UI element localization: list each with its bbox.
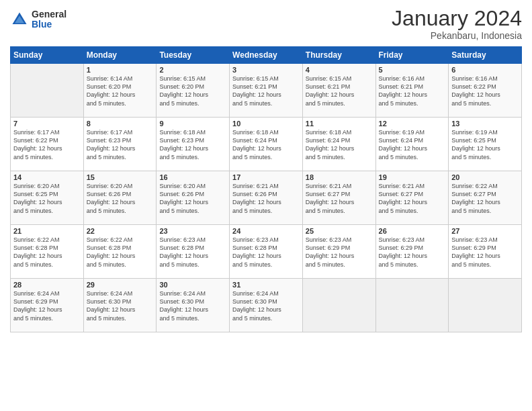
table-row: 6Sunrise: 6:16 AMSunset: 6:22 PMDaylight… (449, 64, 522, 118)
day-info: Sunrise: 6:15 AMSunset: 6:20 PMDaylight:… (159, 75, 226, 107)
table-row: 15Sunrise: 6:20 AMSunset: 6:26 PMDayligh… (83, 171, 157, 225)
table-row: 19Sunrise: 6:21 AMSunset: 6:27 PMDayligh… (375, 171, 449, 225)
day-number: 7 (13, 120, 81, 128)
day-info: Sunrise: 6:22 AMSunset: 6:28 PMDaylight:… (13, 236, 81, 269)
day-number: 20 (451, 173, 519, 181)
col-friday: Friday (375, 47, 449, 64)
day-number: 9 (159, 120, 226, 128)
table-row: 31Sunrise: 6:24 AMSunset: 6:30 PMDayligh… (230, 279, 303, 332)
week-row-1: 1Sunrise: 6:14 AMSunset: 6:20 PMDaylight… (11, 64, 522, 118)
month-title: January 2024 (392, 7, 522, 30)
day-number: 30 (159, 281, 226, 289)
table-row: 22Sunrise: 6:22 AMSunset: 6:28 PMDayligh… (83, 225, 157, 279)
day-info: Sunrise: 6:23 AMSunset: 6:29 PMDaylight:… (379, 236, 446, 269)
day-info: Sunrise: 6:23 AMSunset: 6:29 PMDaylight:… (306, 236, 373, 269)
table-row (375, 279, 449, 332)
day-info: Sunrise: 6:21 AMSunset: 6:26 PMDaylight:… (232, 182, 300, 215)
calendar-table: Sunday Monday Tuesday Wednesday Thursday… (10, 46, 522, 332)
day-number: 29 (87, 281, 154, 289)
day-number: 6 (451, 66, 519, 74)
day-number: 19 (379, 173, 446, 181)
logo: General Blue (10, 9, 66, 30)
day-info: Sunrise: 6:20 AMSunset: 6:26 PMDaylight:… (159, 182, 226, 215)
table-row: 12Sunrise: 6:19 AMSunset: 6:24 PMDayligh… (375, 118, 449, 171)
day-number: 22 (87, 227, 154, 235)
day-info: Sunrise: 6:14 AMSunset: 6:20 PMDaylight:… (87, 75, 154, 107)
day-number: 26 (379, 227, 446, 235)
week-row-3: 14Sunrise: 6:20 AMSunset: 6:25 PMDayligh… (11, 171, 522, 225)
day-number: 10 (232, 120, 300, 128)
week-row-4: 21Sunrise: 6:22 AMSunset: 6:28 PMDayligh… (11, 225, 522, 279)
day-number: 18 (306, 173, 373, 181)
day-info: Sunrise: 6:15 AMSunset: 6:21 PMDaylight:… (232, 75, 300, 107)
day-number: 28 (13, 281, 81, 289)
day-number: 3 (232, 66, 300, 74)
logo-blue: Blue (32, 19, 66, 30)
table-row: 16Sunrise: 6:20 AMSunset: 6:26 PMDayligh… (157, 171, 230, 225)
table-row: 1Sunrise: 6:14 AMSunset: 6:20 PMDaylight… (83, 64, 157, 118)
col-thursday: Thursday (302, 47, 375, 64)
day-number: 15 (87, 173, 154, 181)
day-info: Sunrise: 6:24 AMSunset: 6:30 PMDaylight:… (87, 289, 154, 322)
day-info: Sunrise: 6:23 AMSunset: 6:28 PMDaylight:… (232, 236, 300, 269)
day-number: 5 (379, 66, 446, 74)
day-number: 27 (451, 227, 519, 235)
day-number: 11 (306, 120, 373, 128)
day-info: Sunrise: 6:24 AMSunset: 6:30 PMDaylight:… (159, 289, 226, 322)
day-number: 13 (451, 120, 519, 128)
table-row: 25Sunrise: 6:23 AMSunset: 6:29 PMDayligh… (302, 225, 375, 279)
day-number: 14 (13, 173, 81, 181)
day-info: Sunrise: 6:18 AMSunset: 6:24 PMDaylight:… (306, 128, 373, 161)
table-row: 14Sunrise: 6:20 AMSunset: 6:25 PMDayligh… (11, 171, 84, 225)
day-info: Sunrise: 6:23 AMSunset: 6:28 PMDaylight:… (159, 236, 226, 269)
day-info: Sunrise: 6:17 AMSunset: 6:22 PMDaylight:… (13, 128, 81, 161)
table-row: 17Sunrise: 6:21 AMSunset: 6:26 PMDayligh… (230, 171, 303, 225)
table-row: 3Sunrise: 6:15 AMSunset: 6:21 PMDaylight… (230, 64, 303, 118)
col-monday: Monday (83, 47, 157, 64)
day-info: Sunrise: 6:19 AMSunset: 6:24 PMDaylight:… (379, 128, 446, 161)
day-info: Sunrise: 6:17 AMSunset: 6:23 PMDaylight:… (87, 128, 154, 161)
table-row: 27Sunrise: 6:23 AMSunset: 6:29 PMDayligh… (449, 225, 522, 279)
day-number: 31 (232, 281, 300, 289)
day-info: Sunrise: 6:24 AMSunset: 6:29 PMDaylight:… (13, 289, 81, 322)
location: Pekanbaru, Indonesia (392, 30, 522, 41)
table-row: 7Sunrise: 6:17 AMSunset: 6:22 PMDaylight… (11, 118, 84, 171)
calendar-page: General Blue January 2024 Pekanbaru, Ind… (0, 0, 532, 411)
day-info: Sunrise: 6:23 AMSunset: 6:29 PMDaylight:… (451, 236, 519, 269)
day-number: 4 (306, 66, 373, 74)
table-row: 11Sunrise: 6:18 AMSunset: 6:24 PMDayligh… (302, 118, 375, 171)
day-info: Sunrise: 6:15 AMSunset: 6:21 PMDaylight:… (306, 75, 373, 107)
day-info: Sunrise: 6:16 AMSunset: 6:22 PMDaylight:… (451, 75, 519, 107)
day-number: 24 (232, 227, 300, 235)
table-row: 18Sunrise: 6:21 AMSunset: 6:27 PMDayligh… (302, 171, 375, 225)
col-sunday: Sunday (11, 47, 84, 64)
day-info: Sunrise: 6:16 AMSunset: 6:21 PMDaylight:… (379, 75, 446, 107)
table-row: 8Sunrise: 6:17 AMSunset: 6:23 PMDaylight… (83, 118, 157, 171)
header-row: Sunday Monday Tuesday Wednesday Thursday… (11, 47, 522, 64)
day-info: Sunrise: 6:20 AMSunset: 6:25 PMDaylight:… (13, 182, 81, 215)
table-row: 23Sunrise: 6:23 AMSunset: 6:28 PMDayligh… (157, 225, 230, 279)
table-row: 13Sunrise: 6:19 AMSunset: 6:25 PMDayligh… (449, 118, 522, 171)
table-row (11, 64, 84, 118)
day-number: 1 (87, 66, 154, 74)
day-info: Sunrise: 6:19 AMSunset: 6:25 PMDaylight:… (451, 128, 519, 161)
day-info: Sunrise: 6:18 AMSunset: 6:23 PMDaylight:… (159, 128, 226, 161)
table-row: 24Sunrise: 6:23 AMSunset: 6:28 PMDayligh… (230, 225, 303, 279)
day-info: Sunrise: 6:22 AMSunset: 6:28 PMDaylight:… (87, 236, 154, 269)
day-info: Sunrise: 6:22 AMSunset: 6:27 PMDaylight:… (451, 182, 519, 215)
week-row-5: 28Sunrise: 6:24 AMSunset: 6:29 PMDayligh… (11, 279, 522, 332)
col-wednesday: Wednesday (230, 47, 303, 64)
day-number: 21 (13, 227, 81, 235)
title-section: January 2024 Pekanbaru, Indonesia (392, 7, 522, 41)
day-number: 23 (159, 227, 226, 235)
table-row: 9Sunrise: 6:18 AMSunset: 6:23 PMDaylight… (157, 118, 230, 171)
logo-icon (10, 10, 29, 29)
table-row: 2Sunrise: 6:15 AMSunset: 6:20 PMDaylight… (157, 64, 230, 118)
table-row: 29Sunrise: 6:24 AMSunset: 6:30 PMDayligh… (83, 279, 157, 332)
day-number: 2 (159, 66, 226, 74)
day-number: 17 (232, 173, 300, 181)
day-number: 8 (87, 120, 154, 128)
week-row-2: 7Sunrise: 6:17 AMSunset: 6:22 PMDaylight… (11, 118, 522, 171)
table-row: 5Sunrise: 6:16 AMSunset: 6:21 PMDaylight… (375, 64, 449, 118)
table-row: 26Sunrise: 6:23 AMSunset: 6:29 PMDayligh… (375, 225, 449, 279)
